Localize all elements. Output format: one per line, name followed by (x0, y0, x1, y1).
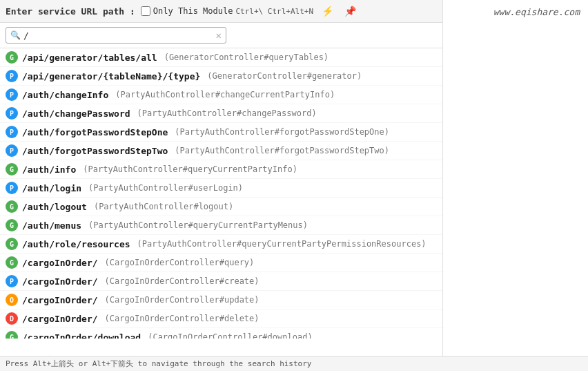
result-controller: (PartyAuthController#logout) (94, 202, 233, 211)
search-icon: 🔍 (10, 30, 21, 40)
result-path: /auth/info (22, 164, 76, 175)
method-badge: G (6, 219, 18, 231)
right-panel: www.eqishare.com (443, 0, 588, 371)
method-badge: G (6, 256, 18, 269)
result-controller: (CargoInOrderController#create) (105, 276, 259, 286)
list-item[interactable]: P/auth/forgotPasswordStepOne(PartyAuthCo… (0, 123, 442, 142)
enter-url-label: Enter service URL path : (6, 6, 135, 17)
result-controller: (PartyAuthController#changeCurrentPartyI… (115, 90, 335, 99)
method-badge: O (6, 294, 18, 306)
list-item[interactable]: G/api/generator/tables/all(GeneratorCont… (0, 48, 442, 67)
method-badge: G (6, 51, 18, 64)
search-box: 🔍 ✕ (6, 27, 226, 44)
list-item[interactable]: G/auth/info(PartyAuthController#queryCur… (0, 160, 442, 179)
result-controller: (PartyAuthController#queryCurrentPartyMe… (88, 220, 308, 230)
method-badge: P (6, 275, 18, 287)
clear-icon[interactable]: ✕ (216, 30, 222, 41)
list-item[interactable]: G/cargoInOrder/download(CargoInOrderCont… (0, 328, 442, 339)
list-item[interactable]: O/cargoInOrder/(CargoInOrderController#u… (0, 291, 442, 310)
result-path: /auth/forgotPasswordStepTwo (22, 146, 168, 156)
list-item[interactable]: G/cargoInOrder/(CargoInOrderController#q… (0, 254, 442, 272)
list-item[interactable]: P/api/generator/{tableName}/{type}(Gener… (0, 67, 442, 86)
result-controller: (PartyAuthController#forgotPasswordStepT… (175, 146, 389, 155)
result-controller: (PartyAuthController#queryCurrentPartyPe… (137, 239, 427, 249)
result-controller: (PartyAuthController#changePassword) (137, 108, 317, 118)
list-item[interactable]: G/auth/role/resources(PartyAuthControlle… (0, 235, 442, 254)
result-path: /cargoInOrder/ (22, 276, 98, 287)
pin-button[interactable]: 📌 (342, 4, 359, 18)
method-badge: G (6, 331, 18, 339)
result-path: /auth/menus (22, 220, 81, 231)
search-input[interactable] (23, 30, 203, 41)
list-item[interactable]: P/auth/login(PartyAuthController#userLog… (0, 179, 442, 198)
result-path: /api/generator/tables/all (22, 53, 157, 63)
result-path: /api/generator/{tableName}/{type} (22, 71, 200, 82)
list-item[interactable]: P/auth/forgotPasswordStepTwo(PartyAuthCo… (0, 142, 442, 160)
main-container: Enter service URL path : Only This Modul… (0, 0, 588, 371)
result-controller: (PartyAuthController#userLogin) (88, 183, 243, 193)
only-this-module-wrap: Only This Module Ctrl+\ Ctrl+Alt+N (141, 6, 313, 16)
list-item[interactable]: G/auth/logout(PartyAuthController#logout… (0, 198, 442, 216)
result-controller: (CargoInOrderController#delete) (105, 314, 259, 323)
result-controller: (CargoInOrderController#download) (148, 332, 312, 339)
result-path: /cargoInOrder/ (22, 295, 98, 305)
left-panel: Enter service URL path : Only This Modul… (0, 0, 443, 371)
result-controller: (PartyAuthController#queryCurrentPartyIn… (83, 164, 297, 174)
result-path: /auth/changePassword (22, 108, 130, 119)
result-controller: (PartyAuthController#forgotPasswordStepO… (175, 127, 389, 137)
method-badge: G (6, 200, 18, 213)
results-list: G/api/generator/tables/all(GeneratorCont… (0, 48, 442, 339)
result-path: /auth/login (22, 183, 81, 193)
filter-icon: ⚡ (322, 6, 333, 17)
result-path: /cargoInOrder/download (22, 332, 141, 339)
search-box-wrap: 🔍 ✕ (0, 23, 442, 48)
only-this-module-label: Only This Module (153, 6, 233, 16)
method-badge: G (6, 238, 18, 250)
shortcut-label: Ctrl+\ Ctrl+Alt+N (235, 7, 313, 16)
result-controller: (GeneratorController#queryTables) (164, 53, 329, 62)
result-path: /cargoInOrder/ (22, 258, 98, 268)
result-controller: (CargoInOrderController#update) (105, 295, 259, 305)
list-item[interactable]: P/auth/changeInfo(PartyAuthController#ch… (0, 86, 442, 104)
top-bar: Enter service URL path : Only This Modul… (0, 0, 442, 23)
bottom-hint: Press Alt+上箭头 or Alt+下箭头 to navigate thr… (6, 359, 312, 368)
method-badge: P (6, 107, 18, 120)
filter-button[interactable]: ⚡ (319, 4, 336, 18)
bottom-bar: Press Alt+上箭头 or Alt+下箭头 to navigate thr… (0, 356, 588, 371)
result-path: /auth/changeInfo (22, 90, 108, 100)
result-controller: (CargoInOrderController#query) (105, 258, 255, 267)
method-badge: P (6, 144, 18, 157)
method-badge: P (6, 126, 18, 138)
result-controller: (GeneratorController#generator) (207, 71, 362, 81)
method-badge: G (6, 163, 18, 175)
method-badge: D (6, 312, 18, 325)
only-this-module-checkbox[interactable] (141, 6, 150, 16)
list-item[interactable]: P/cargoInOrder/(CargoInOrderController#c… (0, 272, 442, 291)
result-path: /auth/role/resources (22, 239, 130, 249)
list-item[interactable]: P/auth/changePassword(PartyAuthControlle… (0, 104, 442, 123)
list-item[interactable]: G/auth/menus(PartyAuthController#queryCu… (0, 216, 442, 235)
list-item[interactable]: D/cargoInOrder/(CargoInOrderController#d… (0, 310, 442, 328)
pin-icon: 📌 (344, 6, 356, 17)
method-badge: P (6, 70, 18, 82)
result-path: /auth/forgotPasswordStepOne (22, 127, 168, 137)
result-path: /auth/logout (22, 202, 87, 212)
method-badge: P (6, 88, 18, 101)
website-label: www.eqishare.com (493, 7, 580, 17)
result-path: /cargoInOrder/ (22, 314, 98, 324)
method-badge: P (6, 182, 18, 194)
